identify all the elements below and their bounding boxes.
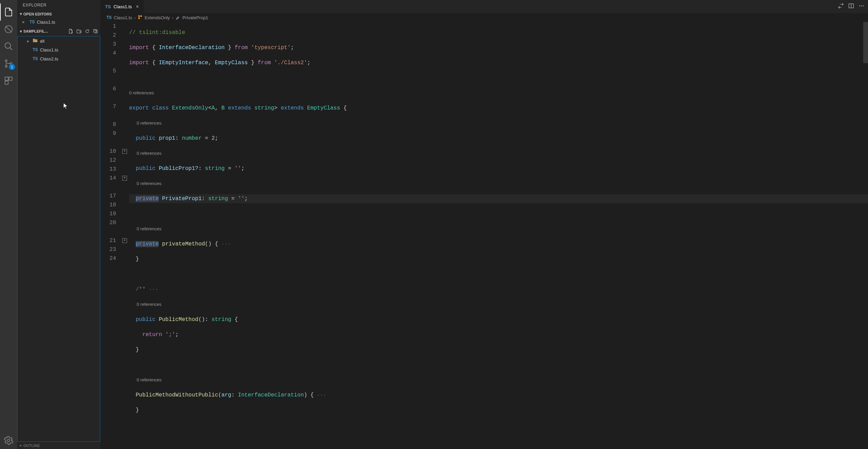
svg-rect-6 (9, 77, 12, 80)
codelens[interactable]: 0 references (129, 376, 868, 384)
fold-expand-icon[interactable]: + (122, 238, 127, 243)
activity-bar: 1 (0, 0, 17, 449)
svg-point-12 (861, 5, 862, 7)
svg-point-1 (5, 43, 11, 48)
codelens[interactable]: 0 references (129, 89, 868, 97)
glyph-margin: + + + (122, 22, 129, 449)
open-editor-item[interactable]: × TS Class1.ts (17, 18, 100, 26)
folder-name: alt (40, 38, 45, 44)
svg-point-11 (859, 5, 860, 7)
tab[interactable]: TS Class1.ts × (100, 0, 144, 13)
open-editor-name: Class1.ts (37, 20, 55, 25)
fold-expand-icon[interactable]: + (122, 149, 127, 154)
codelens[interactable]: 0 references (129, 300, 868, 309)
scm-badge: 1 (9, 64, 15, 70)
svg-rect-5 (5, 77, 8, 80)
close-icon[interactable]: × (22, 20, 27, 25)
file-item[interactable]: TS Class1.ts (18, 45, 100, 54)
file-item[interactable]: TS Class2.ts (18, 54, 100, 63)
scrollbar-thumb[interactable] (863, 22, 868, 63)
svg-rect-9 (94, 30, 96, 32)
ts-file-icon: TS (33, 47, 38, 52)
fold-expand-icon[interactable]: + (122, 176, 127, 181)
workspace-header[interactable]: ▾ SAMPLEFIL... (17, 26, 100, 36)
twisty-down-icon: ▾ (19, 29, 23, 34)
close-icon[interactable]: × (136, 4, 139, 9)
activity-extensions-icon[interactable] (0, 72, 17, 89)
outline-label: OUTLINE (23, 444, 99, 448)
open-editors-label: OPEN EDITORS (23, 12, 99, 16)
svg-rect-15 (140, 15, 142, 16)
workspace-label: SAMPLEFIL... (23, 29, 67, 33)
class-symbol-icon (138, 15, 142, 21)
file-name: Class2.ts (40, 56, 58, 61)
ts-file-icon: TS (33, 56, 38, 61)
code-content[interactable]: // tslint:disable import { InterfaceDecl… (129, 22, 868, 449)
folder-icon (33, 38, 38, 44)
codelens[interactable]: 0 references (129, 179, 868, 188)
folder-item[interactable]: ▸ alt (18, 36, 100, 45)
svg-point-3 (5, 65, 7, 67)
compare-changes-icon[interactable] (838, 3, 844, 10)
code-editor[interactable]: 1 2 3 4 5 6 7 8 9 10 12 13 14 17 18 19 2… (100, 22, 868, 449)
refresh-icon[interactable] (84, 28, 91, 35)
ts-file-icon: TS (106, 15, 112, 20)
activity-search-icon[interactable] (0, 38, 17, 55)
vertical-scrollbar[interactable] (863, 22, 868, 449)
twisty-right-icon: ▸ (19, 443, 23, 448)
codelens[interactable]: 0 references (129, 224, 868, 233)
twisty-down-icon: ▾ (19, 12, 23, 16)
breadcrumb-file[interactable]: Class1.ts (114, 15, 132, 20)
sidebar-title: EXPLORER (17, 0, 100, 10)
activity-explorer-icon[interactable] (0, 3, 17, 21)
breadcrumb-symbol[interactable]: PrivateProp1 (182, 15, 208, 20)
ts-file-icon: TS (30, 20, 35, 24)
svg-point-2 (5, 60, 7, 61)
new-folder-icon[interactable] (76, 28, 82, 35)
chevron-right-icon: › (172, 15, 173, 20)
editor-area: TS Class1.ts × TS Class1.ts › (100, 0, 868, 449)
svg-point-13 (863, 5, 864, 7)
file-name: Class1.ts (40, 47, 58, 53)
tabbar: TS Class1.ts × (100, 0, 868, 13)
svg-rect-14 (138, 15, 140, 16)
activity-settings-icon[interactable] (0, 432, 17, 449)
file-tree: ▸ alt TS Class1.ts TS Class2.ts (17, 36, 100, 442)
more-actions-icon[interactable] (858, 3, 865, 10)
svg-rect-7 (5, 81, 8, 84)
tab-label: Class1.ts (114, 4, 132, 9)
property-symbol-icon (175, 15, 180, 21)
line-number-gutter: 1 2 3 4 5 6 7 8 9 10 12 13 14 17 18 19 2… (100, 22, 122, 449)
activity-scm-icon[interactable]: 1 (0, 55, 17, 72)
codelens[interactable]: 0 references (129, 149, 868, 158)
activity-debug-icon[interactable] (0, 21, 17, 38)
sidebar: EXPLORER ▾ OPEN EDITORS × TS Class1.ts ▾… (17, 0, 100, 449)
codelens[interactable]: 0 references (129, 119, 868, 128)
breadcrumbs[interactable]: TS Class1.ts › ExtendsOnly › PrivateProp… (100, 13, 868, 22)
svg-rect-16 (138, 17, 140, 19)
outline-header[interactable]: ▸ OUTLINE (17, 442, 100, 449)
twisty-right-icon: ▸ (27, 38, 31, 44)
split-editor-icon[interactable] (848, 3, 854, 10)
new-file-icon[interactable] (67, 28, 74, 35)
svg-point-8 (8, 439, 10, 442)
chevron-right-icon: › (134, 15, 136, 20)
collapse-all-icon[interactable] (92, 28, 99, 35)
breadcrumb-symbol[interactable]: ExtendsOnly (145, 15, 170, 20)
ts-file-icon: TS (105, 4, 111, 9)
open-editors-header[interactable]: ▾ OPEN EDITORS (17, 10, 100, 18)
